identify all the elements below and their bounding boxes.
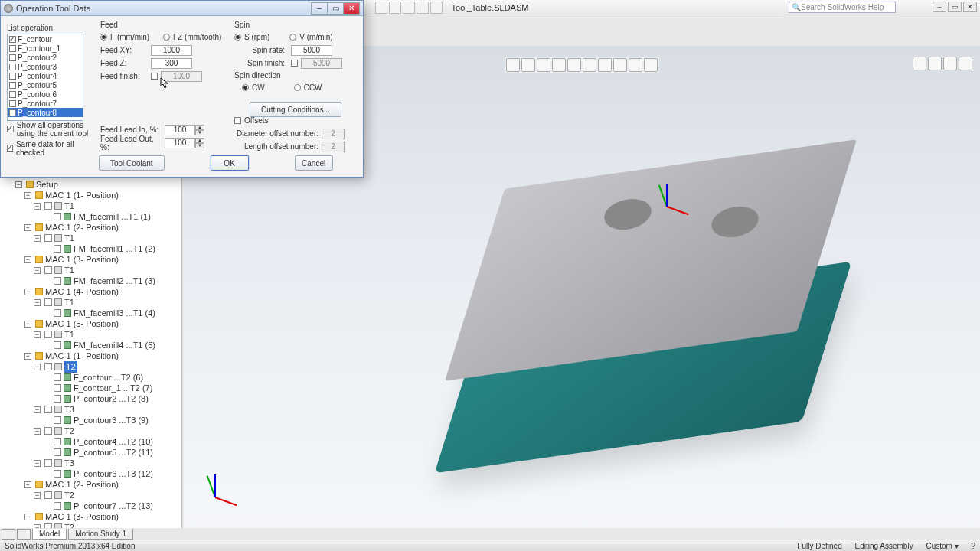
section-view-icon[interactable] <box>552 58 566 72</box>
tree-checkbox[interactable] <box>44 363 52 370</box>
feed-z-input[interactable]: 300 <box>151 58 192 69</box>
qat-button[interactable] <box>389 2 401 14</box>
apply-scene-icon[interactable] <box>629 58 642 72</box>
operation-checkbox[interactable] <box>9 64 16 70</box>
tree-checkbox[interactable] <box>54 341 61 349</box>
tree-node[interactable]: −T1 <box>15 297 178 308</box>
expand-icon[interactable]: − <box>34 235 41 242</box>
tree-node[interactable]: P_contour7 ...T2 (13) <box>15 500 178 511</box>
tree-checkbox[interactable] <box>54 245 61 253</box>
tree-node[interactable]: −MAC 1 (3- Position) <box>15 254 178 265</box>
tree-node[interactable]: −T3 <box>15 404 178 415</box>
operation-list-item[interactable]: P_contour2 <box>8 53 83 62</box>
spin-rate-input[interactable]: 5000 <box>291 45 332 56</box>
spin-down-icon[interactable]: ▼ <box>195 130 204 135</box>
prev-view-icon[interactable] <box>537 58 550 72</box>
operation-checkbox[interactable] <box>9 54 16 61</box>
spin-up-icon[interactable]: ▲ <box>195 138 204 143</box>
tree-node[interactable]: P_contour6 ...T3 (12) <box>15 468 178 479</box>
feature-tree-panel[interactable]: −Setup−MAC 1 (1- Position)−T1FM_facemill… <box>0 178 182 528</box>
tree-node[interactable]: F_contour_1 ...T2 (7) <box>15 383 178 393</box>
expand-icon[interactable]: − <box>34 331 41 338</box>
tree-node[interactable]: −MAC 1 (2- Position) <box>15 479 178 490</box>
tree-node[interactable]: −T1 <box>15 265 178 276</box>
operation-checkbox[interactable] <box>9 91 16 98</box>
tree-node[interactable]: −MAC 1 (5- Position) <box>15 318 178 329</box>
tree-node[interactable]: −MAC 1 (4- Position) <box>15 286 178 297</box>
expand-icon[interactable]: − <box>24 256 31 263</box>
lead-out-input[interactable]: 100 <box>165 138 195 148</box>
same-data-checkbox[interactable] <box>7 145 13 152</box>
tree-checkbox[interactable] <box>54 384 61 392</box>
ok-button[interactable]: OK <box>211 155 249 171</box>
tree-checkbox[interactable] <box>54 448 61 456</box>
display-style-icon[interactable] <box>583 58 596 72</box>
tree-checkbox[interactable] <box>44 331 52 338</box>
tree-node[interactable]: FM_facemill3 ...T1 (4) <box>15 308 178 318</box>
tree-node[interactable]: −T1 <box>15 201 178 211</box>
tool-coolant-button[interactable]: Tool Coolant <box>99 155 165 171</box>
minimize-button[interactable]: – <box>933 2 946 12</box>
tab-nav-next[interactable] <box>17 529 31 540</box>
tab-model[interactable]: Model <box>32 529 67 540</box>
view-orient-icon[interactable] <box>567 58 581 72</box>
tree-node[interactable]: −T2 <box>15 425 178 436</box>
operation-checkbox[interactable] <box>9 82 16 89</box>
dialog-close-button[interactable]: ✕ <box>343 2 360 15</box>
expand-icon[interactable]: − <box>24 353 31 360</box>
help-search-input[interactable]: 🔍 Search SolidWorks Help <box>789 2 896 13</box>
tree-node[interactable]: −T1 <box>15 233 178 243</box>
operation-checkbox[interactable] <box>9 109 16 116</box>
tree-checkbox[interactable] <box>54 416 61 424</box>
tree-checkbox[interactable] <box>44 427 52 435</box>
expand-icon[interactable]: − <box>34 492 41 499</box>
operation-list-item[interactable]: P_contour4 <box>8 71 83 80</box>
tree-node[interactable]: −MAC 1 (3- Position) <box>15 511 178 522</box>
tree-node[interactable]: −T3 <box>15 458 178 468</box>
tree-checkbox[interactable] <box>44 491 52 499</box>
operation-list-item[interactable]: P_contour5 <box>8 80 83 90</box>
edit-appearance-icon[interactable] <box>613 58 627 72</box>
tree-node[interactable]: −MAC 1 (2- Position) <box>15 222 178 233</box>
qat-button[interactable] <box>403 2 415 14</box>
expand-icon[interactable]: − <box>34 267 41 274</box>
tree-checkbox[interactable] <box>54 213 61 220</box>
tab-motion-study[interactable]: Motion Study 1 <box>68 529 133 540</box>
expand-icon[interactable]: − <box>34 428 41 435</box>
expand-icon[interactable]: − <box>24 321 31 328</box>
operation-list-item[interactable]: P_contour8 <box>8 108 83 117</box>
operation-checkbox[interactable] <box>9 45 16 52</box>
tree-checkbox[interactable] <box>54 502 61 510</box>
zoom-fit-icon[interactable] <box>506 58 520 72</box>
expand-icon[interactable]: − <box>34 460 41 467</box>
tree-checkbox[interactable] <box>54 277 61 285</box>
expand-icon[interactable]: − <box>24 514 31 520</box>
lead-in-input[interactable]: 100 <box>165 125 195 135</box>
tree-node[interactable]: F_contour ...T2 (6) <box>15 372 178 383</box>
show-all-checkbox[interactable] <box>7 126 14 132</box>
viewport-control[interactable] <box>928 57 942 70</box>
tree-node[interactable]: −MAC 1 (1- Position) <box>15 350 178 361</box>
tree-node[interactable]: −T1 <box>15 329 178 340</box>
feed-f-radio[interactable] <box>100 34 107 41</box>
tree-checkbox[interactable] <box>44 459 52 467</box>
expand-icon[interactable]: − <box>34 203 41 210</box>
zoom-area-icon[interactable] <box>521 58 535 72</box>
close-button[interactable]: ✕ <box>963 2 977 12</box>
spin-s-radio[interactable] <box>234 34 241 41</box>
spin-down-icon[interactable]: ▼ <box>195 143 204 148</box>
restore-button[interactable]: ▭ <box>948 2 962 12</box>
tree-node[interactable]: −T2 <box>15 490 178 500</box>
feed-xy-input[interactable]: 1000 <box>151 45 192 56</box>
tree-node[interactable]: FM_facemill ...T1 (1) <box>15 211 178 222</box>
expand-icon[interactable]: − <box>24 192 31 199</box>
tree-checkbox[interactable] <box>54 395 61 403</box>
expand-icon[interactable]: − <box>24 481 31 488</box>
viewport-control[interactable] <box>913 57 926 70</box>
tree-node[interactable]: −MAC 1 (1- Position) <box>15 190 178 201</box>
feature-tree[interactable]: −Setup−MAC 1 (1- Position)−T1FM_facemill… <box>0 178 181 528</box>
cancel-button[interactable]: Cancel <box>295 155 333 171</box>
qat-button[interactable] <box>375 2 387 14</box>
dialog-minimize-button[interactable]: – <box>311 2 328 15</box>
tree-node[interactable]: P_contour5 ...T2 (11) <box>15 447 178 458</box>
